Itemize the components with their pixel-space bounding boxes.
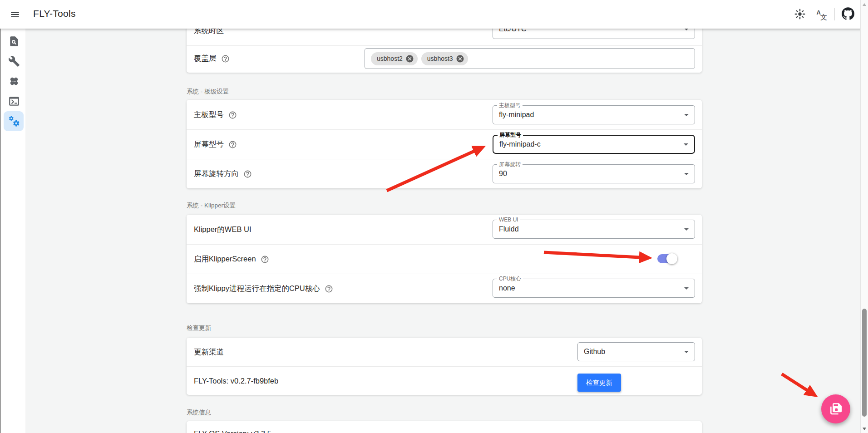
arrow-to-fab (782, 374, 814, 395)
divider (187, 274, 702, 274)
klipperscreen-toggle[interactable] (657, 253, 677, 264)
save-all-fab[interactable] (821, 394, 850, 423)
chevron-down-icon (684, 143, 688, 146)
brightness-icon[interactable] (793, 8, 807, 21)
appbar-divider (834, 8, 835, 20)
channel-label: 更新渠道 (194, 347, 224, 357)
rotation-select-label: 屏幕旋转 (497, 161, 523, 168)
cpu-label: 强制Klippy进程运行在指定的CPU核心 (194, 284, 320, 294)
menu-icon[interactable] (10, 9, 20, 20)
gears-icon (8, 115, 20, 127)
overlay-chip: usbhost3 (421, 52, 468, 65)
divider (187, 159, 702, 159)
version-row-label: FLY-Tools: v0.2.7-fb9bfeb (194, 376, 278, 386)
card-system-info: FLY OS Version: v3.3.5 (187, 421, 702, 433)
translate-icon[interactable]: 文A (814, 8, 827, 21)
screen-select[interactable]: 屏幕型号 fly-minipad-c (493, 135, 695, 154)
webui-select-label: WEB UI (497, 216, 520, 223)
divider (187, 366, 702, 367)
overlay-multiselect[interactable]: usbhost2 usbhost3 (365, 48, 695, 69)
help-icon[interactable] (221, 54, 230, 63)
channel-select-value: Github (584, 348, 605, 356)
divider (187, 45, 702, 46)
console-icon (8, 95, 20, 107)
github-icon[interactable] (841, 7, 855, 21)
sidebar-item-terminal[interactable] (8, 95, 20, 107)
rotation-row-label: 屏幕旋转方向 (194, 169, 252, 179)
divider (187, 244, 702, 245)
mainboard-select-label: 主板型号 (497, 102, 523, 109)
channel-row-label: 更新渠道 (194, 347, 224, 357)
chevron-down-icon (684, 114, 689, 116)
os-version-row-label: FLY OS Version: v3.3.5 (194, 428, 271, 433)
screen-row-label: 屏幕型号 (194, 139, 237, 149)
webui-label: Klipper的WEB UI (194, 225, 252, 235)
chip-label: usbhost2 (377, 55, 403, 62)
mainboard-select[interactable]: 主板型号 fly-minipad (493, 105, 695, 124)
overlay-row-label: 覆盖层 (194, 54, 230, 64)
overlay-label: 覆盖层 (194, 54, 217, 64)
scroll-down-arrow-icon[interactable] (863, 428, 866, 430)
card-check-update: 更新渠道 Github FLY-Tools: v0.2.7-fb9bfeb 检查… (187, 338, 702, 395)
bandage-cross-icon (8, 75, 20, 87)
file-search-icon (8, 35, 20, 47)
overlay-chip: usbhost2 (371, 52, 418, 65)
klipperscreen-label: 启用KlipperScreen (194, 254, 256, 264)
screen-select-label: 屏幕型号 (498, 132, 523, 138)
wrench-icon (8, 55, 20, 67)
chip-label: usbhost3 (427, 55, 453, 62)
help-icon[interactable] (325, 285, 333, 293)
chevron-down-icon (684, 287, 689, 290)
channel-select[interactable]: Github (577, 342, 695, 361)
sidebar (0, 29, 25, 433)
webui-row-label: Klipper的WEB UI (194, 225, 252, 235)
toggle-thumb (666, 253, 677, 264)
divider (187, 129, 702, 130)
rotation-select-value: 90 (499, 170, 507, 178)
tools-version-text: FLY-Tools: v0.2.7-fb9bfeb (194, 377, 278, 385)
sidebar-item-plugins[interactable] (8, 75, 20, 87)
screen-label: 屏幕型号 (194, 139, 224, 149)
fly-tools-settings-page: 系统时区 Etc/UTC 覆盖层 usbhost2 usbhost3 系统 - … (0, 0, 868, 433)
os-version-text: FLY OS Version: v3.3.5 (194, 429, 271, 433)
chevron-down-icon (684, 173, 689, 175)
scrollbar-thumb[interactable] (862, 309, 867, 417)
help-icon[interactable] (261, 255, 269, 264)
chevron-down-icon (684, 351, 689, 353)
card-klipper-settings: Klipper的WEB UI WEB UI Fluidd 启用KlipperSc… (187, 215, 702, 303)
mainboard-row-label: 主板型号 (194, 110, 237, 120)
save-icon (829, 402, 843, 415)
cpu-select-value: none (499, 284, 515, 292)
chip-close-icon[interactable] (405, 54, 414, 63)
app-bar: FLY-Tools 文A (0, 0, 868, 29)
cpu-row-label: 强制Klippy进程运行在指定的CPU核心 (194, 284, 333, 294)
cpu-select-label: CPU核心 (497, 276, 523, 282)
card-board-settings: 主板型号 主板型号 fly-minipad 屏幕型号 屏幕型号 fly-mini… (187, 100, 702, 188)
section-title-sysinfo: 系统信息 (187, 408, 211, 417)
sidebar-item-tools[interactable] (8, 55, 20, 67)
section-title-board: 系统 - 板级设置 (187, 88, 229, 96)
rotation-label: 屏幕旋转方向 (194, 169, 239, 179)
help-icon[interactable] (243, 170, 252, 178)
scrollbar[interactable] (860, 0, 868, 433)
cpu-select[interactable]: CPU核心 none (493, 279, 695, 298)
section-title-update: 检查更新 (187, 324, 211, 332)
mainboard-select-value: fly-minipad (499, 111, 534, 119)
sidebar-item-settings[interactable] (8, 115, 20, 127)
chevron-down-icon (684, 228, 689, 231)
check-update-button[interactable]: 检查更新 (577, 374, 621, 392)
chip-close-icon[interactable] (456, 54, 464, 63)
webui-select-value: Fluidd (499, 225, 519, 233)
sidebar-item-file-search[interactable] (8, 35, 20, 47)
screen-select-value: fly-minipad-c (499, 140, 541, 148)
webui-select[interactable]: WEB UI Fluidd (493, 220, 695, 239)
mainboard-label: 主板型号 (194, 110, 224, 120)
help-icon[interactable] (228, 140, 237, 149)
scroll-up-arrow-icon[interactable] (863, 3, 866, 6)
section-title-klipper: 系统 - Klipper设置 (187, 202, 236, 210)
rotation-select[interactable]: 屏幕旋转 90 (493, 164, 695, 183)
app-title: FLY-Tools (33, 8, 76, 19)
help-icon[interactable] (228, 111, 237, 119)
klipperscreen-row-label: 启用KlipperScreen (194, 254, 269, 264)
